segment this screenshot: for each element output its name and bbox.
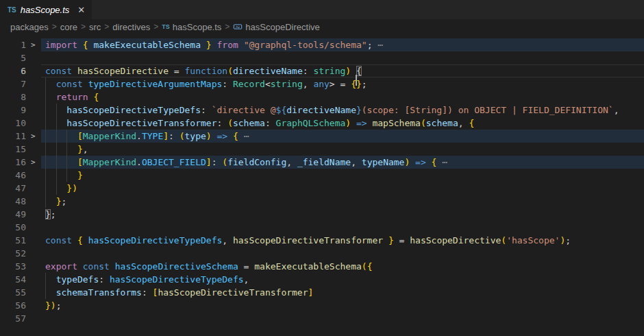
code-token: import — [45, 40, 77, 50]
code-token: ( — [501, 235, 506, 245]
code-token: { — [83, 40, 88, 50]
code-token: Record — [233, 79, 265, 89]
code-token: export — [45, 261, 77, 272]
breadcrumb-item[interactable]: hasScopeDirective — [233, 22, 319, 32]
code-line[interactable]: 49}; — [0, 208, 644, 221]
code-token: `directive @ — [212, 105, 276, 115]
code-text[interactable]: const hasScopeDirective = function(direc… — [45, 64, 362, 77]
code-line[interactable]: 16> [MapperKind.OBJECT_FIELD]: (fieldCon… — [0, 156, 644, 169]
code-token: ; — [565, 235, 571, 245]
fold-indicator-icon[interactable]: > — [31, 130, 40, 143]
tab-hasscope[interactable]: TS hasScope.ts ✕ — [0, 0, 92, 19]
code-text[interactable]: }; — [45, 195, 66, 208]
code-line[interactable]: 50 — [0, 221, 644, 234]
line-number: 5 — [0, 51, 26, 64]
code-line[interactable]: 53export const hasScopeDirectiveSchema =… — [0, 260, 644, 273]
code-token: : — [216, 118, 227, 128]
breadcrumb-item-label: hasScope.ts — [173, 22, 222, 32]
code-token: schemaTransforms — [56, 287, 142, 298]
code-token — [383, 235, 388, 245]
code-text[interactable]: } — [45, 169, 83, 182]
code-text[interactable]: schemaTransforms: [hasScopeDirectiveTran… — [45, 286, 313, 299]
fold-indicator-icon[interactable]: > — [31, 38, 40, 51]
code-line[interactable]: 48 }; — [0, 195, 644, 208]
code-text[interactable]: hasScopeDirectiveTypeDefs: `directive @$… — [45, 104, 619, 117]
code-line[interactable]: 11> [MapperKind.TYPE]: (type) => { ⋯ — [0, 130, 644, 143]
code-line[interactable]: 54 typeDefs: hasScopeDirectiveTypeDefs, — [0, 273, 644, 286]
code-token: const — [45, 235, 72, 245]
breadcrumb-item[interactable]: packages — [10, 22, 49, 32]
code-token: hasScopeDirectiveTransformer — [66, 118, 216, 128]
code-token: : — [142, 287, 153, 298]
fold-indicator-icon[interactable]: > — [31, 156, 40, 169]
code-token: hasScopeDirectiveTypeDefs — [66, 105, 201, 115]
code-text[interactable]: }; — [45, 208, 56, 221]
code-token — [45, 157, 77, 167]
code-line[interactable]: 7 const typeDirectiveArgumentMaps: Recor… — [0, 77, 644, 91]
code-line[interactable]: 51const { hasScopeDirectiveTypeDefs, has… — [0, 234, 644, 247]
code-text[interactable]: const { hasScopeDirectiveTypeDefs, hasSc… — [45, 234, 571, 247]
code-token: , — [303, 79, 314, 89]
code-text[interactable]: [MapperKind.OBJECT_FIELD]: (fieldConfig,… — [45, 156, 447, 169]
code-line[interactable]: 10 hasScopeDirectiveTransformer: (schema… — [0, 117, 644, 130]
code-line[interactable]: 46 } — [0, 169, 644, 182]
code-token: string — [313, 66, 345, 76]
line-number: 10 — [0, 117, 26, 130]
code-line[interactable]: 5 — [0, 51, 644, 64]
breadcrumb-item[interactable]: directives — [112, 22, 150, 32]
code-line[interactable]: 8 return { — [0, 91, 644, 104]
code-text[interactable]: import { makeExecutableSchema } from "@g… — [45, 38, 383, 51]
code-text[interactable]: const typeDirectiveArgumentMaps: Record<… — [45, 77, 367, 91]
code-line[interactable]: 57 — [0, 312, 644, 325]
code-token: : — [303, 66, 314, 76]
line-number: 6 — [0, 64, 26, 77]
folded-code-ellipsis[interactable]: ⋯ — [442, 157, 447, 167]
code-token — [72, 235, 77, 245]
breadcrumb-item-label: directives — [112, 22, 150, 32]
folded-code-ellipsis[interactable]: ⋯ — [377, 40, 383, 50]
typescript-icon: TS — [8, 6, 16, 14]
folded-code-ellipsis[interactable]: ⋯ — [244, 131, 249, 141]
code-text[interactable]: return { — [45, 91, 99, 104]
code-token: : — [212, 157, 223, 167]
code-token: ; — [61, 196, 66, 206]
code-text[interactable]: [MapperKind.TYPE]: (type) => { ⋯ — [45, 130, 249, 143]
code-token: typeDefs — [56, 274, 99, 285]
breadcrumb-item[interactable]: core — [60, 22, 77, 32]
code-token — [45, 79, 56, 89]
code-token: { — [356, 66, 362, 76]
code-text[interactable]: hasScopeDirectiveTransformer: (schema: G… — [45, 117, 474, 130]
code-token: = — [335, 79, 351, 89]
code-line[interactable]: 47 }) — [0, 182, 644, 195]
code-token: , — [222, 235, 233, 245]
code-token — [45, 118, 66, 128]
code-token: hasScopeDirectiveTransformer — [158, 287, 308, 298]
code-text[interactable]: typeDefs: hasScopeDirectiveTypeDefs, — [45, 273, 249, 286]
code-token: return — [56, 92, 88, 102]
chevron-right-icon: > — [101, 22, 112, 32]
chevron-right-icon: > — [49, 22, 60, 32]
code-token: : — [265, 118, 276, 128]
code-line[interactable]: 55 schemaTransforms: [hasScopeDirectiveT… — [0, 286, 644, 299]
code-token — [45, 274, 56, 285]
code-line[interactable]: 56}); — [0, 299, 644, 312]
code-line[interactable]: 9 hasScopeDirectiveTypeDefs: `directive … — [0, 104, 644, 117]
code-line[interactable]: 1>import { makeExecutableSchema } from "… — [0, 38, 644, 51]
code-token — [212, 131, 217, 141]
code-token — [72, 66, 77, 76]
code-text[interactable]: }); — [45, 299, 61, 312]
code-token: { — [93, 92, 99, 102]
code-text[interactable]: export const hasScopeDirectiveSchema = m… — [45, 260, 372, 273]
code-token: const — [56, 79, 83, 89]
code-editor[interactable]: 1>import { makeExecutableSchema } from "… — [0, 34, 644, 336]
code-line[interactable]: 6const hasScopeDirective = function(dire… — [0, 64, 644, 77]
breadcrumb-item[interactable]: src — [89, 22, 101, 32]
line-number: 55 — [0, 286, 26, 299]
code-text[interactable]: }, — [45, 143, 88, 156]
close-icon[interactable]: ✕ — [77, 5, 85, 15]
code-text[interactable]: }) — [45, 182, 77, 195]
code-line[interactable]: 15 }, — [0, 143, 644, 156]
code-token — [45, 131, 77, 141]
breadcrumb-item[interactable]: TShasScope.ts — [162, 22, 221, 32]
code-line[interactable]: 52 — [0, 247, 644, 260]
